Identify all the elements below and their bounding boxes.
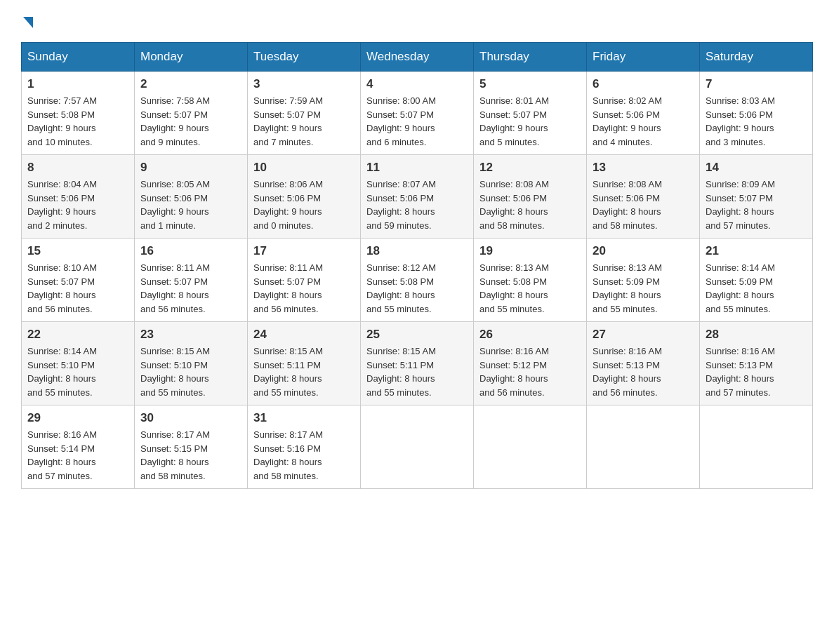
- day-info: Sunrise: 8:11 AM Sunset: 5:07 PM Dayligh…: [140, 261, 241, 316]
- day-number: 25: [366, 328, 468, 342]
- header-day-saturday: Saturday: [700, 43, 813, 72]
- header-day-monday: Monday: [135, 43, 248, 72]
- day-cell: 25Sunrise: 8:15 AM Sunset: 5:11 PM Dayli…: [361, 322, 474, 405]
- day-cell: 2Sunrise: 7:58 AM Sunset: 5:07 PM Daylig…: [135, 72, 248, 155]
- day-cell: 30Sunrise: 8:17 AM Sunset: 5:15 PM Dayli…: [135, 405, 248, 489]
- day-number: 8: [27, 161, 128, 175]
- day-cell: 9Sunrise: 8:05 AM Sunset: 5:06 PM Daylig…: [135, 155, 248, 239]
- day-info: Sunrise: 8:15 AM Sunset: 5:11 PM Dayligh…: [366, 344, 468, 399]
- logo-arrow-icon: [23, 17, 33, 28]
- day-cell: 24Sunrise: 8:15 AM Sunset: 5:11 PM Dayli…: [248, 322, 361, 405]
- day-cell: 31Sunrise: 8:17 AM Sunset: 5:16 PM Dayli…: [248, 405, 361, 489]
- day-info: Sunrise: 8:03 AM Sunset: 5:06 PM Dayligh…: [706, 94, 807, 149]
- day-number: 15: [27, 244, 128, 258]
- day-cell: 10Sunrise: 8:06 AM Sunset: 5:06 PM Dayli…: [248, 155, 361, 239]
- day-cell: 16Sunrise: 8:11 AM Sunset: 5:07 PM Dayli…: [135, 239, 248, 322]
- day-number: 18: [366, 244, 468, 258]
- day-info: Sunrise: 8:15 AM Sunset: 5:11 PM Dayligh…: [253, 344, 355, 399]
- day-info: Sunrise: 7:59 AM Sunset: 5:07 PM Dayligh…: [253, 94, 355, 149]
- day-info: Sunrise: 8:04 AM Sunset: 5:06 PM Dayligh…: [27, 177, 128, 232]
- day-info: Sunrise: 8:00 AM Sunset: 5:07 PM Dayligh…: [366, 94, 468, 149]
- day-number: 28: [706, 328, 807, 342]
- day-number: 29: [27, 411, 128, 425]
- calendar-header: SundayMondayTuesdayWednesdayThursdayFrid…: [22, 43, 813, 72]
- day-info: Sunrise: 8:14 AM Sunset: 5:09 PM Dayligh…: [706, 261, 807, 316]
- day-info: Sunrise: 8:08 AM Sunset: 5:06 PM Dayligh…: [479, 177, 581, 232]
- week-row-5: 29Sunrise: 8:16 AM Sunset: 5:14 PM Dayli…: [22, 405, 813, 489]
- day-info: Sunrise: 8:16 AM Sunset: 5:14 PM Dayligh…: [27, 428, 128, 483]
- day-info: Sunrise: 8:16 AM Sunset: 5:13 PM Dayligh…: [706, 344, 807, 399]
- day-info: Sunrise: 8:14 AM Sunset: 5:10 PM Dayligh…: [27, 344, 128, 399]
- day-info: Sunrise: 8:07 AM Sunset: 5:06 PM Dayligh…: [366, 177, 468, 232]
- day-cell: 28Sunrise: 8:16 AM Sunset: 5:13 PM Dayli…: [700, 322, 813, 405]
- day-number: 23: [140, 328, 241, 342]
- day-number: 31: [253, 411, 355, 425]
- day-number: 30: [140, 411, 241, 425]
- day-cell: 4Sunrise: 8:00 AM Sunset: 5:07 PM Daylig…: [361, 72, 474, 155]
- day-number: 1: [27, 77, 128, 91]
- day-number: 3: [253, 77, 355, 91]
- day-number: 10: [253, 161, 355, 175]
- day-cell: 15Sunrise: 8:10 AM Sunset: 5:07 PM Dayli…: [22, 239, 135, 322]
- day-cell: 20Sunrise: 8:13 AM Sunset: 5:09 PM Dayli…: [587, 239, 700, 322]
- day-info: Sunrise: 8:06 AM Sunset: 5:06 PM Dayligh…: [253, 177, 355, 232]
- day-info: Sunrise: 8:08 AM Sunset: 5:06 PM Dayligh…: [593, 177, 694, 232]
- header-day-thursday: Thursday: [474, 43, 587, 72]
- day-cell: 5Sunrise: 8:01 AM Sunset: 5:07 PM Daylig…: [474, 72, 587, 155]
- day-cell: 19Sunrise: 8:13 AM Sunset: 5:08 PM Dayli…: [474, 239, 587, 322]
- day-number: 22: [27, 328, 128, 342]
- day-number: 16: [140, 244, 241, 258]
- day-cell: [587, 405, 700, 489]
- day-cell: [700, 405, 813, 489]
- day-number: 11: [366, 161, 468, 175]
- day-number: 24: [253, 328, 355, 342]
- day-info: Sunrise: 8:13 AM Sunset: 5:08 PM Dayligh…: [479, 261, 581, 316]
- day-cell: 29Sunrise: 8:16 AM Sunset: 5:14 PM Dayli…: [22, 405, 135, 489]
- day-number: 21: [706, 244, 807, 258]
- day-info: Sunrise: 8:16 AM Sunset: 5:13 PM Dayligh…: [593, 344, 694, 399]
- day-number: 17: [253, 244, 355, 258]
- day-number: 13: [593, 161, 694, 175]
- day-number: 6: [593, 77, 694, 91]
- day-info: Sunrise: 8:10 AM Sunset: 5:07 PM Dayligh…: [27, 261, 128, 316]
- day-number: 14: [706, 161, 807, 175]
- week-row-3: 15Sunrise: 8:10 AM Sunset: 5:07 PM Dayli…: [22, 239, 813, 322]
- day-cell: 17Sunrise: 8:11 AM Sunset: 5:07 PM Dayli…: [248, 239, 361, 322]
- header-day-sunday: Sunday: [22, 43, 135, 72]
- header-day-wednesday: Wednesday: [361, 43, 474, 72]
- day-info: Sunrise: 8:05 AM Sunset: 5:06 PM Dayligh…: [140, 177, 241, 232]
- day-info: Sunrise: 7:57 AM Sunset: 5:08 PM Dayligh…: [27, 94, 128, 149]
- day-cell: 3Sunrise: 7:59 AM Sunset: 5:07 PM Daylig…: [248, 72, 361, 155]
- day-info: Sunrise: 8:01 AM Sunset: 5:07 PM Dayligh…: [479, 94, 581, 149]
- day-cell: 22Sunrise: 8:14 AM Sunset: 5:10 PM Dayli…: [22, 322, 135, 405]
- day-number: 9: [140, 161, 241, 175]
- day-info: Sunrise: 8:16 AM Sunset: 5:12 PM Dayligh…: [479, 344, 581, 399]
- day-number: 27: [593, 328, 694, 342]
- day-number: 2: [140, 77, 241, 91]
- day-number: 19: [479, 244, 581, 258]
- day-info: Sunrise: 7:58 AM Sunset: 5:07 PM Dayligh…: [140, 94, 241, 149]
- calendar-table: SundayMondayTuesdayWednesdayThursdayFrid…: [21, 42, 813, 489]
- day-number: 7: [706, 77, 807, 91]
- week-row-1: 1Sunrise: 7:57 AM Sunset: 5:08 PM Daylig…: [22, 72, 813, 155]
- day-info: Sunrise: 8:11 AM Sunset: 5:07 PM Dayligh…: [253, 261, 355, 316]
- day-cell: 6Sunrise: 8:02 AM Sunset: 5:06 PM Daylig…: [587, 72, 700, 155]
- day-cell: 27Sunrise: 8:16 AM Sunset: 5:13 PM Dayli…: [587, 322, 700, 405]
- day-number: 4: [366, 77, 468, 91]
- day-cell: [474, 405, 587, 489]
- day-cell: 8Sunrise: 8:04 AM Sunset: 5:06 PM Daylig…: [22, 155, 135, 239]
- calendar-body: 1Sunrise: 7:57 AM Sunset: 5:08 PM Daylig…: [22, 72, 813, 489]
- day-cell: 13Sunrise: 8:08 AM Sunset: 5:06 PM Dayli…: [587, 155, 700, 239]
- day-cell: 26Sunrise: 8:16 AM Sunset: 5:12 PM Dayli…: [474, 322, 587, 405]
- day-info: Sunrise: 8:12 AM Sunset: 5:08 PM Dayligh…: [366, 261, 468, 316]
- day-info: Sunrise: 8:02 AM Sunset: 5:06 PM Dayligh…: [593, 94, 694, 149]
- page-header: [21, 14, 813, 28]
- week-row-4: 22Sunrise: 8:14 AM Sunset: 5:10 PM Dayli…: [22, 322, 813, 405]
- day-cell: 11Sunrise: 8:07 AM Sunset: 5:06 PM Dayli…: [361, 155, 474, 239]
- day-cell: 14Sunrise: 8:09 AM Sunset: 5:07 PM Dayli…: [700, 155, 813, 239]
- day-number: 20: [593, 244, 694, 258]
- day-cell: 12Sunrise: 8:08 AM Sunset: 5:06 PM Dayli…: [474, 155, 587, 239]
- day-cell: 1Sunrise: 7:57 AM Sunset: 5:08 PM Daylig…: [22, 72, 135, 155]
- day-cell: 21Sunrise: 8:14 AM Sunset: 5:09 PM Dayli…: [700, 239, 813, 322]
- day-cell: 23Sunrise: 8:15 AM Sunset: 5:10 PM Dayli…: [135, 322, 248, 405]
